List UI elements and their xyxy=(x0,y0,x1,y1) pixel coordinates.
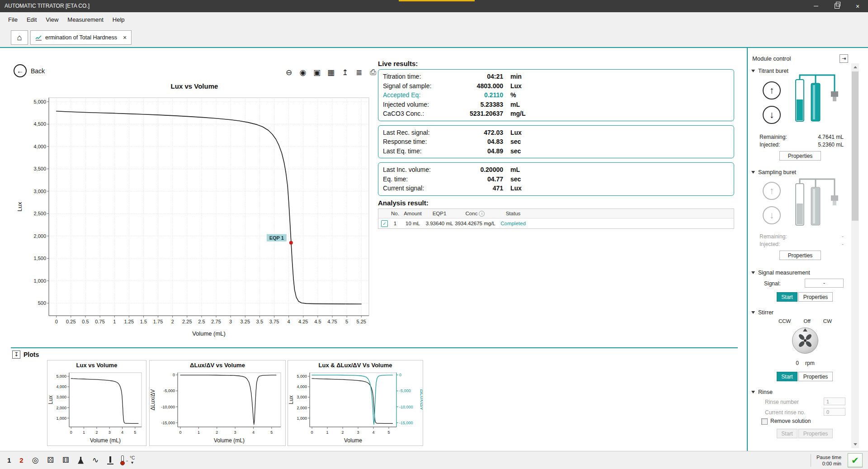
titrant-properties-button[interactable]: Properties xyxy=(779,151,821,161)
restore-button[interactable] xyxy=(826,0,847,12)
svg-text:0.75: 0.75 xyxy=(95,319,104,324)
analysis-result-row[interactable]: ✓110 mL3.93640 mL3934.42675 mg/LComplete… xyxy=(378,218,734,228)
column-header-no[interactable]: No. xyxy=(389,211,401,216)
stirrer-off-label[interactable]: Off xyxy=(804,318,811,324)
module-grid-2-icon[interactable]: ⚅ xyxy=(62,455,69,465)
mini-chart-panel-lux: Lux vs Volume 0123451,0002,0003,0004,000… xyxy=(47,360,146,446)
export-icon[interactable]: ↥ xyxy=(340,68,350,77)
info-icon: i xyxy=(479,211,485,217)
rinse-start-button[interactable]: Start xyxy=(777,429,797,438)
record-icon[interactable]: ◉ xyxy=(298,68,308,77)
stirrer-ccw-label[interactable]: CCW xyxy=(778,318,791,324)
current-rinse-field[interactable]: 0 xyxy=(824,408,845,416)
result-label: Accepted Eq: xyxy=(383,90,454,100)
section-header-sampling-buret[interactable]: Sampling buret xyxy=(751,169,796,175)
zoom-out-icon[interactable]: ⊖ xyxy=(284,68,294,77)
status-icons: 12◎⚄⚅∿ xyxy=(5,455,113,465)
up-arrow-icon: ↑ xyxy=(769,185,774,196)
svg-text:5: 5 xyxy=(388,430,390,435)
titration-curve-chart[interactable]: 00.250.50.7511.251.51.7522.252.52.7533.2… xyxy=(16,93,373,337)
menu-help[interactable]: Help xyxy=(108,14,129,25)
signal-start-button[interactable]: Start xyxy=(777,292,797,302)
scroll-down-icon[interactable] xyxy=(851,441,859,448)
svg-text:2,000: 2,000 xyxy=(297,406,307,410)
sampling-properties-button[interactable]: Properties xyxy=(779,251,821,260)
section-header-signal-measurement[interactable]: Signal measurement xyxy=(751,270,810,276)
scroll-up-icon[interactable] xyxy=(851,63,859,71)
collapse-caret-icon xyxy=(751,171,755,174)
collapse-plots-icon[interactable]: ↧ xyxy=(12,351,20,359)
pause-time-value: 0:00 min xyxy=(816,460,841,467)
svg-text:0: 0 xyxy=(173,373,175,377)
buret-icon[interactable] xyxy=(107,456,113,464)
signal-curve-icon[interactable]: ∿ xyxy=(92,455,99,465)
column-header-eqp1[interactable]: EQP1 xyxy=(425,211,454,216)
save-icon[interactable]: ▣ xyxy=(312,68,322,77)
rinse-number-field[interactable]: 1 xyxy=(824,398,845,405)
svg-text:0: 0 xyxy=(179,430,182,435)
tab-close-icon[interactable]: × xyxy=(123,34,127,41)
menu-view[interactable]: View xyxy=(41,14,63,25)
svg-text:3.75: 3.75 xyxy=(269,319,279,324)
propeller-icon xyxy=(796,332,814,350)
sampling-fill-button[interactable]: ↑ xyxy=(763,182,781,200)
live-results-box: Last Rec. signal:472.03LuxResponse time:… xyxy=(378,125,734,159)
stirrer-properties-button[interactable]: Properties xyxy=(798,372,833,381)
target-icon[interactable]: ◎ xyxy=(32,455,39,465)
mini-chart-title: ΔLux/ΔV vs Volume xyxy=(150,362,285,370)
remove-solution-checkbox[interactable] xyxy=(761,418,768,425)
dock-panel-icon[interactable]: ⇥ xyxy=(840,54,848,63)
menu-edit[interactable]: Edit xyxy=(22,14,41,25)
column-header-status[interactable]: Status xyxy=(496,211,530,216)
document-tab[interactable]: ermination of Total Hardness × xyxy=(30,30,132,45)
svg-text:Volume: Volume xyxy=(344,437,362,444)
row-checkbox[interactable]: ✓ xyxy=(381,220,388,227)
column-header-amount[interactable]: Amount xyxy=(401,211,425,216)
knob-pointer-icon xyxy=(803,328,807,332)
section-title: Signal measurement xyxy=(758,270,810,276)
titrant-fill-button[interactable]: ↑ xyxy=(763,81,781,99)
svg-text:Lux: Lux xyxy=(16,202,23,211)
result-unit: Lux xyxy=(510,184,729,193)
sample-2-icon[interactable]: 2 xyxy=(19,456,23,464)
result-value: 471 xyxy=(462,184,503,193)
home-tab[interactable]: ⌂ xyxy=(11,30,28,45)
result-label: Current signal: xyxy=(383,184,454,193)
confirm-button[interactable]: ✔ xyxy=(848,453,863,467)
svg-text:5,000: 5,000 xyxy=(33,99,46,104)
module-grid-1-icon[interactable]: ⚄ xyxy=(47,455,54,465)
plots-section-title: Plots xyxy=(24,351,39,358)
rinse-properties-button[interactable]: Properties xyxy=(798,429,833,438)
window-controls: × xyxy=(806,0,868,12)
table-icon[interactable]: ▦ xyxy=(326,68,336,77)
temperature-control[interactable]: - °C ▾ xyxy=(120,455,135,465)
section-header-stirrer[interactable]: Stirrer xyxy=(751,309,774,316)
signal-properties-button[interactable]: Properties xyxy=(798,292,833,302)
section-header-titrant-buret[interactable]: Titrant buret xyxy=(751,68,788,74)
stirrer-start-button[interactable]: Start xyxy=(777,372,797,381)
pause-time-readout: Pause time 0:00 min xyxy=(811,454,841,467)
section-header-rinse[interactable]: Rinse xyxy=(751,389,773,395)
sampling-dispense-button[interactable]: ↓ xyxy=(763,206,781,224)
svg-text:5,000: 5,000 xyxy=(297,374,307,379)
stirrer-cw-label[interactable]: CW xyxy=(823,318,832,324)
print-icon[interactable]: ⎙ xyxy=(368,68,378,77)
signal-value-field[interactable]: - xyxy=(805,279,844,288)
scrollbar-thumb[interactable] xyxy=(852,71,859,221)
sample-1-icon[interactable]: 1 xyxy=(7,456,11,464)
flask-icon[interactable] xyxy=(78,457,84,464)
back-button[interactable]: ← Back xyxy=(14,64,45,77)
column-header-conc[interactable]: Conci xyxy=(454,211,496,217)
menu-measurement[interactable]: Measurement xyxy=(63,14,108,25)
minimize-button[interactable] xyxy=(806,0,826,12)
sidebar-scrollbar[interactable] xyxy=(851,63,859,448)
section-title: Rinse xyxy=(758,389,773,395)
close-button[interactable]: × xyxy=(847,0,868,12)
stirrer-knob[interactable] xyxy=(792,327,818,354)
titrant-dispense-button[interactable]: ↓ xyxy=(763,106,781,124)
result-value: 04:21 xyxy=(462,72,503,81)
report-icon[interactable]: ≣ xyxy=(354,68,364,77)
down-arrow-icon: ↓ xyxy=(769,109,774,120)
plots-section-header[interactable]: ↧ Plots xyxy=(12,351,39,359)
menu-file[interactable]: File xyxy=(4,14,22,25)
